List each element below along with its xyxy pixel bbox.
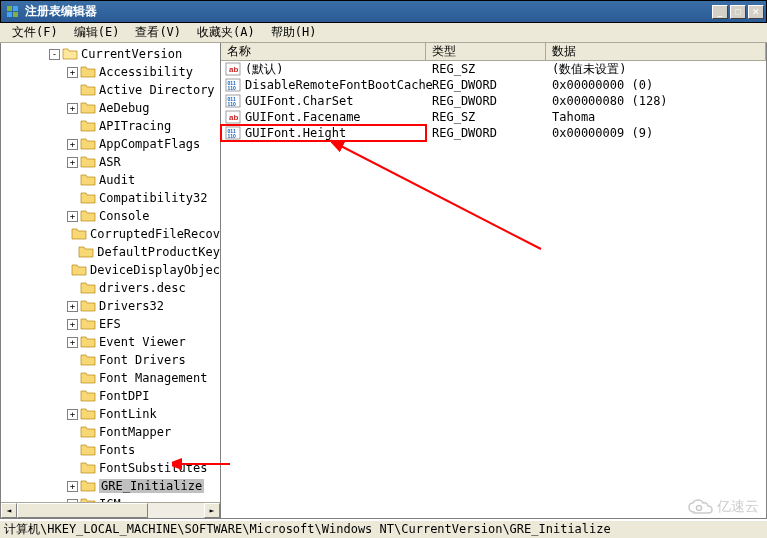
value-data: (数值未设置) <box>546 61 766 78</box>
tree-item[interactable]: +AppCompatFlags <box>1 135 220 153</box>
list-row[interactable]: ab(默认) REG_SZ (数值未设置) <box>221 61 766 77</box>
folder-icon <box>78 245 94 259</box>
scroll-right-button[interactable]: ► <box>204 503 220 518</box>
minimize-button[interactable]: _ <box>712 5 728 19</box>
expand-icon[interactable]: + <box>67 337 78 348</box>
folder-icon <box>80 119 96 133</box>
scroll-thumb[interactable] <box>17 503 148 518</box>
tree-item[interactable]: +Event Viewer <box>1 333 220 351</box>
tree-item[interactable]: FontSubstitutes <box>1 459 220 477</box>
tree-label: CurrentVersion <box>81 47 182 61</box>
folder-icon <box>80 335 96 349</box>
tree-label: AeDebug <box>99 101 150 115</box>
folder-icon <box>80 209 96 223</box>
value-data: 0x00000000 (0) <box>546 78 766 92</box>
tree-view[interactable]: -CurrentVersion+AccessibilityActive Dire… <box>1 43 221 518</box>
column-header-name[interactable]: 名称 <box>221 43 426 60</box>
expand-icon[interactable]: + <box>67 301 78 312</box>
tree-item[interactable]: +FontLink <box>1 405 220 423</box>
tree-item[interactable]: +Accessibility <box>1 63 220 81</box>
value-name: (默认) <box>245 61 283 78</box>
tree-label: Event Viewer <box>99 335 186 349</box>
tree-label: Font Drivers <box>99 353 186 367</box>
tree-item[interactable]: Font Management <box>1 369 220 387</box>
tree-item[interactable]: DefaultProductKey <box>1 243 220 261</box>
tree-label: AppCompatFlags <box>99 137 200 151</box>
value-type: REG_DWORD <box>426 78 546 92</box>
tree-label: FontLink <box>99 407 157 421</box>
tree-label: Font Management <box>99 371 207 385</box>
expand-icon[interactable]: + <box>67 67 78 78</box>
value-type: REG_SZ <box>426 62 546 76</box>
tree-item[interactable]: DeviceDisplayObjec <box>1 261 220 279</box>
tree-item[interactable]: Fonts <box>1 441 220 459</box>
svg-text:110: 110 <box>228 101 237 107</box>
tree-label: EFS <box>99 317 121 331</box>
binary-value-icon: 011110 <box>225 125 241 141</box>
menu-view[interactable]: 查看(V) <box>127 22 189 43</box>
tree-item[interactable]: Audit <box>1 171 220 189</box>
window-controls: _ □ ✕ <box>712 5 766 19</box>
expand-icon[interactable]: + <box>67 409 78 420</box>
value-data: Tahoma <box>546 110 766 124</box>
tree-label: GRE_Initialize <box>99 479 204 493</box>
list-row[interactable]: 011110GUIFont.CharSet REG_DWORD 0x000000… <box>221 93 766 109</box>
expand-icon[interactable]: + <box>67 481 78 492</box>
tree-item[interactable]: FontMapper <box>1 423 220 441</box>
watermark-text: 亿速云 <box>717 498 759 516</box>
expand-icon[interactable]: + <box>67 139 78 150</box>
tree-item[interactable]: +EFS <box>1 315 220 333</box>
tree-item[interactable]: Active Directory <box>1 81 220 99</box>
expand-icon[interactable]: + <box>67 103 78 114</box>
menu-help[interactable]: 帮助(H) <box>263 22 325 43</box>
folder-icon <box>80 155 96 169</box>
list-row[interactable]: 011110GUIFont.Height REG_DWORD 0x0000000… <box>221 125 766 141</box>
tree-item-root[interactable]: -CurrentVersion <box>1 45 220 63</box>
main-area: -CurrentVersion+AccessibilityActive Dire… <box>0 43 767 519</box>
column-header-type[interactable]: 类型 <box>426 43 546 60</box>
column-header-data[interactable]: 数据 <box>546 43 766 60</box>
value-data: 0x00000080 (128) <box>546 94 766 108</box>
tree-label: DeviceDisplayObjec <box>90 263 220 277</box>
close-button[interactable]: ✕ <box>748 5 764 19</box>
tree-item[interactable]: +AeDebug <box>1 99 220 117</box>
collapse-icon[interactable]: - <box>49 49 60 60</box>
tree-label: Drivers32 <box>99 299 164 313</box>
list-view[interactable]: 名称 类型 数据 ab(默认) REG_SZ (数值未设置) 011110Dis… <box>221 43 766 518</box>
tree-item[interactable]: Font Drivers <box>1 351 220 369</box>
tree-item[interactable]: drivers.desc <box>1 279 220 297</box>
folder-icon <box>80 389 96 403</box>
tree-item[interactable]: Compatibility32 <box>1 189 220 207</box>
menu-favorites[interactable]: 收藏夹(A) <box>189 22 263 43</box>
tree-item[interactable]: APITracing <box>1 117 220 135</box>
tree-item[interactable]: +Drivers32 <box>1 297 220 315</box>
tree-scrollbar-horizontal[interactable]: ◄ ► <box>1 502 220 518</box>
svg-text:ab: ab <box>229 113 238 122</box>
tree-label: APITracing <box>99 119 171 133</box>
string-value-icon: ab <box>225 61 241 77</box>
expand-icon[interactable]: + <box>67 319 78 330</box>
window-titlebar: 注册表编辑器 _ □ ✕ <box>0 0 767 23</box>
menu-edit[interactable]: 编辑(E) <box>66 22 128 43</box>
folder-icon <box>80 65 96 79</box>
list-body: ab(默认) REG_SZ (数值未设置) 011110DisableRemot… <box>221 61 766 518</box>
tree-item[interactable]: +ASR <box>1 153 220 171</box>
scroll-left-button[interactable]: ◄ <box>1 503 17 518</box>
maximize-button[interactable]: □ <box>730 5 746 19</box>
expand-icon[interactable]: + <box>67 157 78 168</box>
menu-file[interactable]: 文件(F) <box>4 22 66 43</box>
list-row[interactable]: 011110DisableRemoteFontBootCache REG_DWO… <box>221 77 766 93</box>
statusbar-path: 计算机\HKEY_LOCAL_MACHINE\SOFTWARE\Microsof… <box>4 521 611 538</box>
tree-item[interactable]: FontDPI <box>1 387 220 405</box>
value-name: GUIFont.Height <box>245 126 346 140</box>
value-name: GUIFont.Facename <box>245 110 361 124</box>
tree-item[interactable]: CorruptedFileRecov <box>1 225 220 243</box>
watermark: 亿速云 <box>687 498 759 516</box>
tree-label: FontSubstitutes <box>99 461 207 475</box>
tree-item[interactable]: +GRE_Initialize <box>1 477 220 495</box>
tree-item[interactable]: +Console <box>1 207 220 225</box>
expand-icon[interactable]: + <box>67 211 78 222</box>
tree-label: DefaultProductKey <box>97 245 220 259</box>
folder-icon <box>80 425 96 439</box>
list-row[interactable]: abGUIFont.Facename REG_SZ Tahoma <box>221 109 766 125</box>
